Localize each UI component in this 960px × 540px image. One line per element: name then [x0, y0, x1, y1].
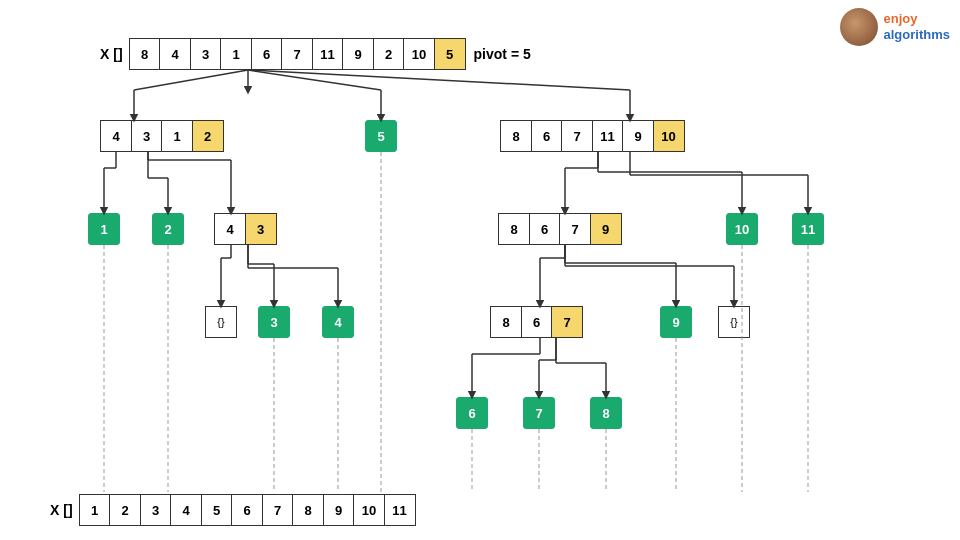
bot-8: 8 [292, 494, 324, 526]
logo-icon [840, 8, 878, 46]
l2-pivot-5: 5 [365, 120, 397, 152]
l2r-9: 9 [622, 120, 654, 152]
l3-43: 4 3 [214, 213, 277, 245]
l3-green-2: 2 [152, 213, 184, 245]
connection-lines [0, 0, 960, 540]
cell-1: 1 [220, 38, 252, 70]
svg-line-1 [134, 70, 248, 90]
l4-867-array: 8 6 7 [490, 306, 583, 338]
l4-empty-right: {} [718, 306, 750, 338]
l3-green-10: 10 [726, 213, 758, 245]
cell-8: 8 [129, 38, 161, 70]
l4-green-4: 4 [322, 306, 354, 338]
top-array-label: X [] [100, 46, 123, 62]
l3-8679: 8 6 7 9 [498, 213, 622, 245]
l4-empty-left-cell: {} [205, 306, 237, 338]
bot-9: 9 [323, 494, 355, 526]
l5-7: 7 [523, 397, 555, 429]
cell-3: 3 [190, 38, 222, 70]
l3-green-11: 11 [792, 213, 824, 245]
cell-5-pivot: 5 [434, 38, 466, 70]
l4-4: 4 [322, 306, 354, 338]
l5-8: 8 [590, 397, 622, 429]
bot-2: 2 [109, 494, 141, 526]
l5-green-6: 6 [456, 397, 488, 429]
l3-2: 2 [152, 213, 184, 245]
svg-line-5 [248, 70, 630, 90]
l3-6: 6 [529, 213, 561, 245]
bot-1: 1 [79, 494, 111, 526]
svg-line-3 [248, 70, 381, 90]
l4-green-3: 3 [258, 306, 290, 338]
l3-4: 4 [214, 213, 246, 245]
l3-10: 10 [726, 213, 758, 245]
l3-3-pivot: 3 [245, 213, 277, 245]
l4-867: 8 6 7 [490, 306, 583, 338]
l3-1: 1 [88, 213, 120, 245]
cell-7: 7 [281, 38, 313, 70]
bot-5: 5 [201, 494, 233, 526]
l3-9-pivot: 9 [590, 213, 622, 245]
l4-empty-right-cell: {} [718, 306, 750, 338]
l3-8: 8 [498, 213, 530, 245]
logo-algorithms: algorithms [884, 27, 950, 43]
bottom-array: 1 2 3 4 5 6 7 8 9 10 11 [79, 494, 416, 526]
l3-8679-array: 8 6 7 9 [498, 213, 622, 245]
l3-43-array: 4 3 [214, 213, 277, 245]
l4-7-pivot: 7 [551, 306, 583, 338]
cell-11: 11 [312, 38, 344, 70]
top-array: 8 4 3 1 6 7 11 9 2 10 5 [129, 38, 466, 70]
l5-green-8: 8 [590, 397, 622, 429]
l2-3: 3 [131, 120, 163, 152]
bot-11: 11 [384, 494, 416, 526]
cell-6: 6 [251, 38, 283, 70]
l2r-10-pivot: 10 [653, 120, 685, 152]
bot-4: 4 [170, 494, 202, 526]
bottom-array-container: X [] 1 2 3 4 5 6 7 8 9 10 11 [50, 494, 416, 526]
logo-enjoy: enjoy [884, 11, 950, 27]
bot-10: 10 [353, 494, 385, 526]
cell-9: 9 [342, 38, 374, 70]
l3-green-1: 1 [88, 213, 120, 245]
level2-right-array: 8 6 7 11 9 10 [500, 120, 685, 152]
level2-pivot: 5 [365, 120, 397, 152]
l4-green-9: 9 [660, 306, 692, 338]
l2r-11: 11 [592, 120, 624, 152]
cell-10: 10 [403, 38, 435, 70]
cell-4: 4 [159, 38, 191, 70]
l2r-8: 8 [500, 120, 532, 152]
bot-6: 6 [231, 494, 263, 526]
level2-left: 4 3 1 2 [100, 120, 224, 152]
l4-8: 8 [490, 306, 522, 338]
l4-empty-left: {} [205, 306, 237, 338]
bottom-array-label: X [] [50, 502, 73, 518]
level2-left-array: 4 3 1 2 [100, 120, 224, 152]
l5-6: 6 [456, 397, 488, 429]
logo-text: enjoy algorithms [884, 11, 950, 42]
l2-2-pivot: 2 [192, 120, 224, 152]
l2r-6: 6 [531, 120, 563, 152]
l5-green-7: 7 [523, 397, 555, 429]
l2r-7: 7 [561, 120, 593, 152]
l4-3: 3 [258, 306, 290, 338]
logo-area: enjoy algorithms [840, 8, 950, 46]
l4-6: 6 [521, 306, 553, 338]
l3-7: 7 [559, 213, 591, 245]
cell-2: 2 [373, 38, 405, 70]
bot-7: 7 [262, 494, 294, 526]
l2-4: 4 [100, 120, 132, 152]
l3-11: 11 [792, 213, 824, 245]
level2-right: 8 6 7 11 9 10 [500, 120, 685, 152]
top-array-container: X [] 8 4 3 1 6 7 11 9 2 10 5 pivot = 5 [100, 38, 531, 70]
bot-3: 3 [140, 494, 172, 526]
l2-1: 1 [161, 120, 193, 152]
pivot-label: pivot = 5 [474, 46, 531, 62]
l4-9: 9 [660, 306, 692, 338]
